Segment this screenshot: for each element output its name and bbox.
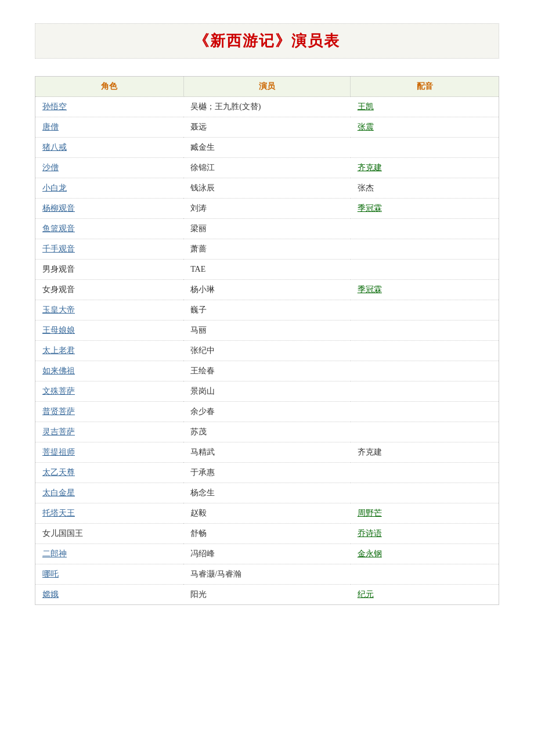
actor-text: 臧金生 <box>190 143 215 152</box>
cell-role: 太乙天尊 <box>35 463 184 483</box>
cell-role: 小白龙 <box>35 178 184 199</box>
cell-actor: 张纪中 <box>183 341 351 361</box>
cell-role: 千手观音 <box>35 239 184 260</box>
actor-text: 王绘春 <box>190 366 215 375</box>
cell-role: 杨柳观音 <box>35 199 184 219</box>
actor-text: 冯绍峰 <box>190 549 215 558</box>
cell-actor: 杨小琳 <box>183 280 351 300</box>
cell-actor: 舒畅 <box>183 524 351 544</box>
cell-role: 孙悟空 <box>35 97 184 117</box>
actor-text: 于承惠 <box>190 468 215 477</box>
role-link[interactable]: 小白龙 <box>42 183 67 192</box>
voice-link[interactable]: 季冠霖 <box>358 204 382 213</box>
cell-voice: 张杰 <box>351 178 499 199</box>
cell-actor: 徐锦江 <box>183 158 351 178</box>
role-link[interactable]: 鱼篮观音 <box>42 224 75 233</box>
role-link[interactable]: 普贤菩萨 <box>42 407 75 416</box>
role-link[interactable]: 菩提祖师 <box>42 448 75 456</box>
voice-link[interactable]: 张震 <box>358 123 374 131</box>
table-row: 女身观音杨小琳季冠霖 <box>35 280 499 300</box>
actor-text: 舒畅 <box>190 529 207 538</box>
role-link[interactable]: 玉皇大帝 <box>42 305 75 314</box>
cell-role: 鱼篮观音 <box>35 219 184 239</box>
actor-text: 刘涛 <box>190 204 207 213</box>
cell-actor: 马精武 <box>183 442 351 463</box>
cell-voice: 纪元 <box>351 585 499 605</box>
role-link[interactable]: 如来佛祖 <box>42 366 75 375</box>
actor-text: 钱泳辰 <box>190 183 215 192</box>
cell-actor: 赵毅 <box>183 503 351 524</box>
role-link[interactable]: 杨柳观音 <box>42 204 75 213</box>
voice-link[interactable]: 王凯 <box>358 102 374 111</box>
voice-link[interactable]: 齐克建 <box>358 163 382 172</box>
role-link[interactable]: 孙悟空 <box>42 102 67 111</box>
role-link[interactable]: 嫦娥 <box>42 590 59 599</box>
voice-link[interactable]: 纪元 <box>358 590 374 599</box>
role-link[interactable]: 灵吉菩萨 <box>42 427 75 436</box>
cell-voice <box>351 381 499 402</box>
table-row: 文殊菩萨景岗山 <box>35 381 499 402</box>
cell-voice: 周野芒 <box>351 503 499 524</box>
cell-role: 二郎神 <box>35 544 184 564</box>
cell-role: 文殊菩萨 <box>35 381 184 402</box>
voice-link[interactable]: 金永钢 <box>358 549 382 558</box>
table-row: 普贤菩萨余少春 <box>35 402 499 422</box>
cell-actor: 杨念生 <box>183 483 351 503</box>
role-link[interactable]: 王母娘娘 <box>42 326 75 334</box>
cell-actor: 巍子 <box>183 300 351 321</box>
cell-voice <box>351 138 499 158</box>
role-link[interactable]: 二郎神 <box>42 549 67 558</box>
cell-voice: 金永钢 <box>351 544 499 564</box>
role-link[interactable]: 文殊菩萨 <box>42 387 75 395</box>
cell-role: 男身观音 <box>35 260 184 280</box>
table-row: 玉皇大帝巍子 <box>35 300 499 321</box>
cell-voice: 齐克建 <box>351 158 499 178</box>
role-link[interactable]: 太上老君 <box>42 346 75 355</box>
table-row: 唐僧聂远张震 <box>35 117 499 138</box>
actor-text: 张纪中 <box>190 346 215 355</box>
header-voice: 配音 <box>351 77 499 97</box>
actor-text: 萧蔷 <box>190 244 207 253</box>
role-link[interactable]: 太白金星 <box>42 488 75 497</box>
role-link[interactable]: 千手观音 <box>42 244 75 253</box>
cell-role: 沙僧 <box>35 158 184 178</box>
table-row: 太上老君张纪中 <box>35 341 499 361</box>
cell-role: 太上老君 <box>35 341 184 361</box>
cell-voice: 季冠霖 <box>351 199 499 219</box>
cell-role: 玉皇大帝 <box>35 300 184 321</box>
role-link[interactable]: 唐僧 <box>42 123 59 131</box>
cell-voice <box>351 219 499 239</box>
title-section: 《新西游记》演员表 <box>35 23 499 59</box>
cell-actor: 阳光 <box>183 585 351 605</box>
page-container: 《新西游记》演员表 角色 演员 配音 孙悟空吴樾；王九胜(文替)王凯唐僧聂远张震… <box>35 23 499 605</box>
cell-voice <box>351 402 499 422</box>
cell-actor: 苏茂 <box>183 422 351 442</box>
actor-text: 徐锦江 <box>190 163 215 172</box>
role-link[interactable]: 太乙天尊 <box>42 468 75 477</box>
cell-actor: 萧蔷 <box>183 239 351 260</box>
actor-text: 梁丽 <box>190 224 207 233</box>
role-link[interactable]: 托塔天王 <box>42 509 75 517</box>
voice-link[interactable]: 季冠霖 <box>358 285 382 294</box>
cell-voice <box>351 361 499 381</box>
cell-role: 普贤菩萨 <box>35 402 184 422</box>
actor-text: 余少春 <box>190 407 215 416</box>
role-link[interactable]: 猪八戒 <box>42 143 67 152</box>
header-actor: 演员 <box>183 77 351 97</box>
table-row: 哪吒马睿灏/马睿瀚 <box>35 564 499 585</box>
header-role: 角色 <box>35 77 184 97</box>
cell-voice <box>351 422 499 442</box>
actor-text: 马睿灏/马睿瀚 <box>190 570 241 578</box>
cell-actor: 聂远 <box>183 117 351 138</box>
actor-text: 马精武 <box>190 448 215 456</box>
cell-role: 女身观音 <box>35 280 184 300</box>
cell-role: 哪吒 <box>35 564 184 585</box>
voice-link[interactable]: 周野芒 <box>358 509 382 517</box>
role-link[interactable]: 沙僧 <box>42 163 59 172</box>
role-link[interactable]: 哪吒 <box>42 570 59 578</box>
cell-actor: 钱泳辰 <box>183 178 351 199</box>
cast-table: 角色 演员 配音 孙悟空吴樾；王九胜(文替)王凯唐僧聂远张震猪八戒臧金生沙僧徐锦… <box>35 76 499 605</box>
voice-link[interactable]: 乔诗语 <box>358 529 382 538</box>
cell-voice <box>351 239 499 260</box>
actor-text: TAE <box>190 265 205 273</box>
